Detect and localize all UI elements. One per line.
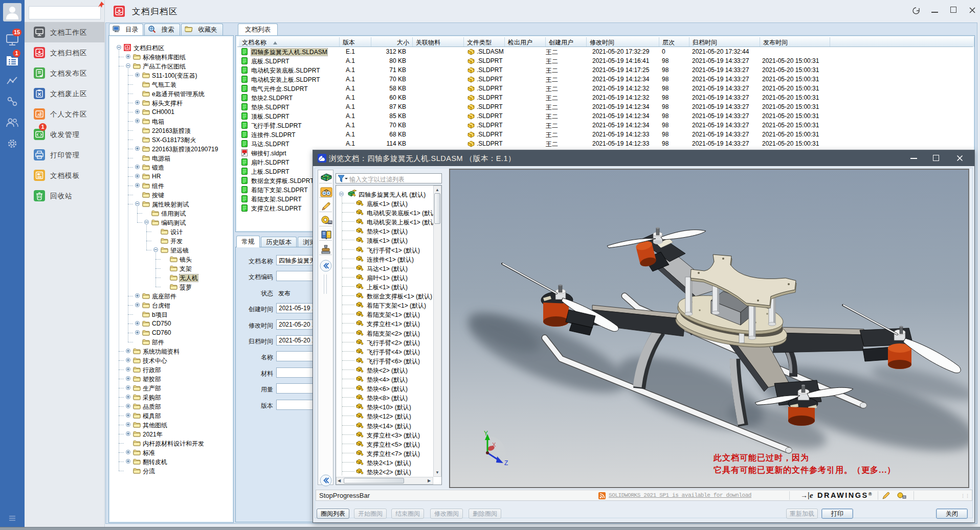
svg-text:它具有可能已更新的文件参考引用。（更多...）: 它具有可能已更新的文件参考引用。（更多...）	[714, 465, 896, 475]
svg-text:此文档可能已过时，因为: 此文档可能已过时，因为	[713, 453, 809, 462]
svg-text:Y: Y	[484, 430, 488, 437]
svg-text:Z: Z	[504, 459, 508, 467]
svg-text:X: X	[492, 442, 496, 448]
